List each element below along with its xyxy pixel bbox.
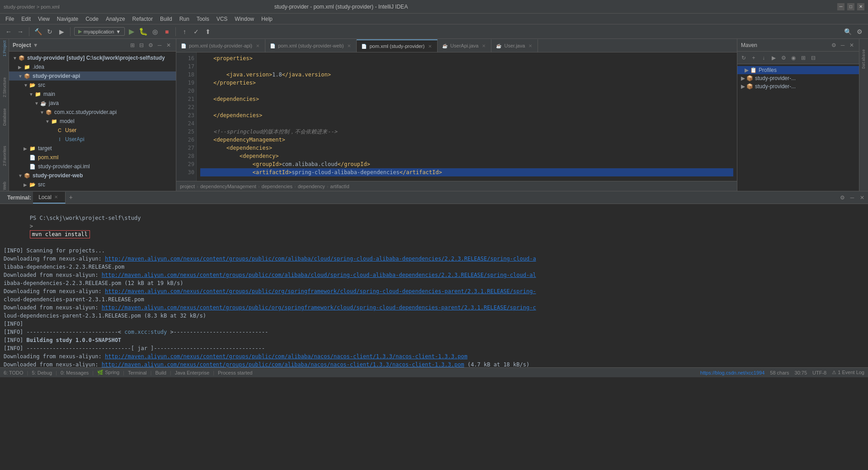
terminal-tab-header[interactable]: Terminal: xyxy=(2,192,33,204)
terminal-settings-button[interactable]: ⚙ xyxy=(838,194,846,202)
menu-edit[interactable]: Edit xyxy=(18,15,34,23)
menu-view[interactable]: View xyxy=(34,15,53,23)
maven-module-item-1[interactable]: ▶ 📦 study-provider-... xyxy=(737,74,859,82)
tab-pom-api[interactable]: 📄 pom.xml (study-provider-api) ✕ xyxy=(176,39,265,52)
status-encoding[interactable]: UTF-8 xyxy=(812,370,826,375)
tab-close-pom-web[interactable]: ✕ xyxy=(346,43,352,48)
status-messages[interactable]: 0: Messages xyxy=(61,370,89,375)
back-button[interactable]: ← xyxy=(4,27,14,37)
tree-item-main1[interactable]: ▼ 📁 main xyxy=(9,90,176,99)
close-button[interactable]: ✕ xyxy=(857,3,864,10)
maximize-button[interactable]: □ xyxy=(847,3,854,10)
run-tests-button[interactable]: ▶ xyxy=(57,27,66,37)
status-todo[interactable]: 6: TODO xyxy=(4,370,24,375)
maven-settings-button[interactable]: ⚙ xyxy=(830,42,837,49)
add-terminal-button[interactable]: + xyxy=(66,192,76,204)
local-tab-close[interactable]: ✕ xyxy=(54,195,60,200)
structure-icon[interactable]: 2:Structure xyxy=(0,83,9,91)
term-link-2[interactable]: http://maven.aliyun.com/nexus/content/gr… xyxy=(102,272,536,278)
maven-close-button[interactable]: ✕ xyxy=(848,42,855,49)
project-panel-dropdown[interactable]: ▼ xyxy=(33,42,38,48)
menu-analyze[interactable]: Analyze xyxy=(102,15,129,23)
tab-close-user[interactable]: ✕ xyxy=(528,43,533,48)
debug-button[interactable]: 🐛 xyxy=(138,27,148,37)
maven-download-button[interactable]: ↓ xyxy=(759,53,768,62)
panel-close-button[interactable]: ─ xyxy=(156,42,163,49)
tab-close-pom-provider[interactable]: ✕ xyxy=(427,43,433,49)
tree-item-java1[interactable]: ▼ ☕ java xyxy=(9,99,176,108)
favorites-icon[interactable]: 2:Favorites xyxy=(0,152,9,160)
tree-item-pom1[interactable]: 📄 pom.xml xyxy=(9,153,176,162)
tab-user[interactable]: ☕ User.java ✕ xyxy=(491,39,538,52)
menu-tools[interactable]: Tools xyxy=(193,15,213,23)
local-tab[interactable]: Local ✕ xyxy=(33,192,66,204)
maven-toggle-button[interactable]: ◉ xyxy=(789,53,798,62)
update-button[interactable]: ↑ xyxy=(179,27,189,37)
tab-close-pom-api[interactable]: ✕ xyxy=(255,43,260,48)
term-link-5[interactable]: http://maven.aliyun.com/nexus/content/gr… xyxy=(105,353,467,360)
maven-refresh-button[interactable]: ↻ xyxy=(739,53,748,62)
status-terminal[interactable]: Terminal xyxy=(128,370,147,375)
database-icon[interactable]: Database xyxy=(0,113,9,121)
status-spring[interactable]: 🌿 Spring xyxy=(97,370,119,375)
run-button[interactable]: ▶ xyxy=(127,27,137,37)
menu-window[interactable]: Window xyxy=(231,15,258,23)
forward-button[interactable]: → xyxy=(15,27,25,37)
maven-execute-button[interactable]: ▶ xyxy=(769,53,778,62)
tab-pom-provider[interactable]: 📄 pom.xml (study-provider) ✕ xyxy=(357,39,438,52)
run-configuration[interactable]: ▶ myapplication ▼ xyxy=(74,27,125,36)
panel-settings-button[interactable]: ⚙ xyxy=(147,42,154,49)
menu-build[interactable]: Build xyxy=(156,15,176,23)
tree-item-target1[interactable]: ▶ 📁 target xyxy=(9,144,176,153)
maven-add-button[interactable]: + xyxy=(749,53,758,62)
stop-button[interactable]: ■ xyxy=(162,27,172,37)
tree-item-package[interactable]: ▼ 📦 com.xcc.studyprovider.api xyxy=(9,108,176,117)
terminal-output[interactable]: PS C:\sckj\work\project-self\study > mvn… xyxy=(0,204,868,367)
commit-button[interactable]: ✓ xyxy=(191,27,201,37)
sync-button[interactable]: ↻ xyxy=(45,27,55,37)
search-everywhere-button[interactable]: 🔍 xyxy=(843,27,853,37)
settings-button[interactable]: ⚙ xyxy=(854,27,864,37)
term-link-6[interactable]: http://maven.aliyun.com/nexus/content/gr… xyxy=(102,361,464,367)
push-button[interactable]: ⬆ xyxy=(203,27,213,37)
tree-item-src2[interactable]: ▶ 📂 src xyxy=(9,180,176,189)
menu-code[interactable]: Code xyxy=(82,15,102,23)
database-right-icon[interactable]: Database xyxy=(860,41,868,77)
menu-file[interactable]: File xyxy=(2,15,18,23)
tree-item-iml[interactable]: 📄 study-provider-api.iml xyxy=(9,162,176,171)
term-link-4[interactable]: http://maven.aliyun.com/nexus/content/gr… xyxy=(102,304,536,311)
maven-minimize-button[interactable]: ─ xyxy=(839,42,846,49)
panel-expand-button[interactable]: ⊞ xyxy=(129,42,136,49)
maven-module-item-2[interactable]: ▶ 📦 study-provider-... xyxy=(737,82,859,90)
maven-expand-button[interactable]: ⊞ xyxy=(799,53,808,62)
tab-close-userapi[interactable]: ✕ xyxy=(481,43,486,48)
maven-profiles-item[interactable]: ▶ 📋 Profiles xyxy=(737,66,859,74)
status-url[interactable]: https://blog.csdn.net/xcc1994 xyxy=(700,370,764,375)
tab-pom-web[interactable]: 📄 pom.xml (study-provider-web) ✕ xyxy=(265,39,357,52)
menu-refactor[interactable]: Refactor xyxy=(129,15,156,23)
tree-item-src1[interactable]: ▼ 📂 src xyxy=(9,81,176,90)
term-link-1[interactable]: http://maven.aliyun.com/nexus/content/gr… xyxy=(105,256,536,262)
tab-userapi[interactable]: ☕ UserApi.java ✕ xyxy=(438,39,491,52)
tree-item-study-provider[interactable]: ▼ 📦 study-provider [study] C:\sckj\work\… xyxy=(9,53,176,62)
web-icon[interactable]: Web xyxy=(0,182,9,190)
status-debug[interactable]: 5: Debug xyxy=(32,370,52,375)
panel-minimize-button[interactable]: ✕ xyxy=(165,42,172,49)
minimize-button[interactable]: ─ xyxy=(837,3,844,10)
term-link-3[interactable]: http://maven.aliyun.com/nexus/content/gr… xyxy=(105,288,536,294)
tree-item-api[interactable]: ▼ 📦 study-provider-api xyxy=(9,71,176,81)
maven-run-config-button[interactable]: ⚙ xyxy=(779,53,788,62)
terminal-maximize-button[interactable]: ✕ xyxy=(858,194,866,202)
tree-item-user[interactable]: C User xyxy=(9,126,176,135)
build-project-button[interactable]: 🔨 xyxy=(33,27,43,37)
code-editor[interactable]: <properties> <java.version>1.8</java.ver… xyxy=(197,52,737,181)
tree-item-idea[interactable]: ▶ 📁 .idea xyxy=(9,62,176,71)
menu-run[interactable]: Run xyxy=(176,15,193,23)
maven-collapse-button[interactable]: ⊟ xyxy=(809,53,818,62)
tree-item-userapi[interactable]: I UserApi xyxy=(9,135,176,144)
status-event-log[interactable]: ⚠ 1 Event Log xyxy=(832,370,864,375)
terminal-minimize-button[interactable]: ─ xyxy=(848,194,856,202)
project-icon[interactable]: 1:Project xyxy=(0,44,9,52)
status-build[interactable]: Build xyxy=(155,370,166,375)
menu-vcs[interactable]: VCS xyxy=(213,15,231,23)
